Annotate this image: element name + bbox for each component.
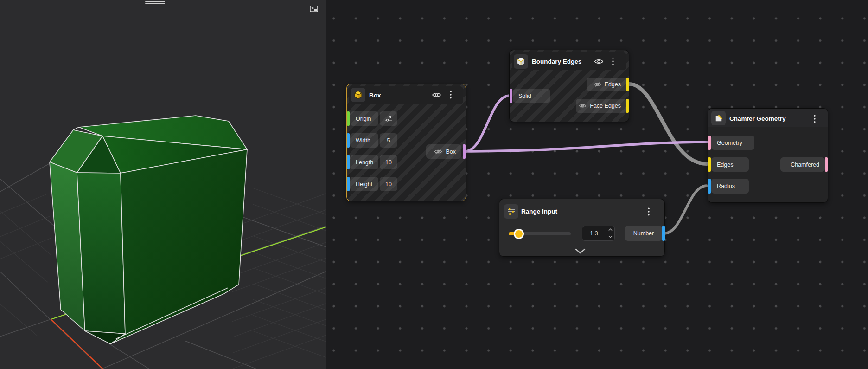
spinner-up-button[interactable]	[606, 226, 614, 233]
port-radius-input[interactable]	[708, 179, 711, 194]
length-value-chip[interactable]: 10	[380, 155, 397, 169]
boundary-menu-kebab-icon[interactable]	[611, 57, 615, 66]
range-sliders-icon	[507, 207, 516, 216]
chamfer-node-icon	[711, 111, 726, 125]
box-output-row[interactable]: Box	[426, 144, 461, 159]
box-node-icon	[351, 88, 365, 102]
height-value: 10	[385, 181, 392, 188]
box-length-row[interactable]: Length	[350, 155, 378, 169]
box-node-title: Box	[369, 92, 381, 99]
expand-viewport-icon[interactable]	[309, 5, 319, 13]
wire-box-to-geometry[interactable]	[465, 142, 707, 151]
geometry-label: Geometry	[717, 140, 742, 146]
port-face-edges-output[interactable]	[626, 99, 629, 113]
chamfer-edges-input-row[interactable]: Edges	[711, 157, 749, 172]
wire-box-to-solid[interactable]	[465, 96, 510, 151]
box-width-row[interactable]: Width	[350, 133, 378, 148]
chamfered-output-row[interactable]: Chamfered	[780, 157, 825, 172]
wire-number-to-radius[interactable]	[664, 186, 707, 233]
boundary-node-title: Boundary Edges	[532, 58, 581, 65]
sliders-icon	[385, 115, 393, 122]
node-canvas[interactable]: Box Origin	[326, 0, 868, 369]
radius-label: Radius	[717, 183, 735, 189]
number-output-row[interactable]: Number	[625, 226, 662, 241]
port-solid-input[interactable]	[510, 89, 512, 103]
port-edges-output[interactable]	[626, 78, 629, 91]
height-value-chip[interactable]: 10	[380, 177, 397, 191]
box-output-label: Box	[446, 149, 456, 155]
box-origin-row[interactable]: Origin	[350, 111, 378, 126]
chamfer-edges-label: Edges	[717, 162, 733, 168]
range-menu-kebab-icon[interactable]	[647, 207, 651, 216]
chamfer-node-title: Chamfer Geometry	[729, 115, 786, 122]
origin-label: Origin	[356, 116, 371, 122]
length-value: 10	[385, 159, 392, 166]
port-height-input[interactable]	[347, 177, 350, 191]
box-height-row[interactable]: Height	[350, 177, 378, 191]
range-value[interactable]: 1.3	[582, 226, 606, 240]
edges-output-row[interactable]: Edges	[587, 78, 626, 91]
node-boundary-edges[interactable]: Boundary Edges Solid Edges	[509, 50, 629, 122]
cube-icon	[353, 90, 363, 100]
hidden-eye-icon	[594, 81, 601, 88]
wire-edges-to-edges[interactable]	[629, 84, 707, 164]
range-node-icon	[504, 204, 518, 219]
port-number-output[interactable]	[662, 226, 665, 241]
solid-input-row[interactable]: Solid	[513, 89, 550, 103]
node-editor-app: Box Origin	[0, 0, 868, 369]
range-value-box[interactable]: 1.3	[582, 226, 615, 241]
port-chamfered-output[interactable]	[825, 157, 828, 172]
range-spinner	[606, 226, 614, 240]
range-node-title: Range Input	[521, 208, 557, 215]
boundary-node-icon	[514, 54, 528, 69]
viewport-scene	[0, 0, 326, 369]
length-label: Length	[356, 159, 373, 166]
edges-output-label: Edges	[605, 81, 621, 88]
width-value: 5	[387, 137, 390, 144]
port-geometry-input[interactable]	[708, 136, 711, 150]
node-expand-chevron-icon[interactable]	[575, 248, 586, 254]
geometry-input-row[interactable]: Geometry	[711, 136, 754, 150]
face-edges-output-label: Face Edges	[590, 103, 621, 109]
width-value-chip[interactable]: 5	[380, 133, 397, 148]
chamfered-box-model[interactable]	[50, 116, 247, 344]
3d-viewport[interactable]	[0, 0, 326, 369]
box-header	[349, 86, 463, 104]
box-menu-kebab-icon[interactable]	[449, 90, 453, 99]
origin-options-chip[interactable]	[380, 111, 397, 126]
port-length-input[interactable]	[347, 155, 350, 169]
hidden-eye-icon	[579, 103, 587, 109]
wireframe-cube-icon	[516, 57, 526, 66]
port-box-output[interactable]	[463, 144, 466, 159]
height-label: Height	[356, 181, 372, 188]
range-slider-knob[interactable]	[514, 229, 524, 239]
number-output-label: Number	[633, 230, 654, 237]
chamfer-menu-kebab-icon[interactable]	[813, 114, 817, 123]
width-label: Width	[356, 137, 370, 144]
viewport-drag-handle[interactable]	[145, 1, 165, 5]
hidden-eye-icon	[434, 148, 442, 155]
node-range-input[interactable]: Range Input 1.3	[499, 199, 665, 257]
box-visibility-eye-icon[interactable]	[432, 91, 441, 99]
face-edges-output-row[interactable]: Face Edges	[576, 99, 626, 113]
chamfer-icon	[714, 114, 723, 123]
spinner-down-button[interactable]	[606, 233, 614, 241]
solid-label: Solid	[518, 93, 531, 99]
node-box[interactable]: Box Origin	[346, 84, 466, 201]
port-width-input[interactable]	[347, 133, 350, 148]
boundary-visibility-eye-icon[interactable]	[594, 58, 604, 65]
port-chamfer-edges-input[interactable]	[708, 157, 711, 172]
chamfered-output-label: Chamfered	[791, 162, 819, 168]
node-chamfer-geometry[interactable]: Chamfer Geometry Geometry Edges Radius C…	[708, 108, 828, 203]
radius-input-row[interactable]: Radius	[711, 179, 749, 194]
port-origin-input[interactable]	[347, 111, 350, 126]
